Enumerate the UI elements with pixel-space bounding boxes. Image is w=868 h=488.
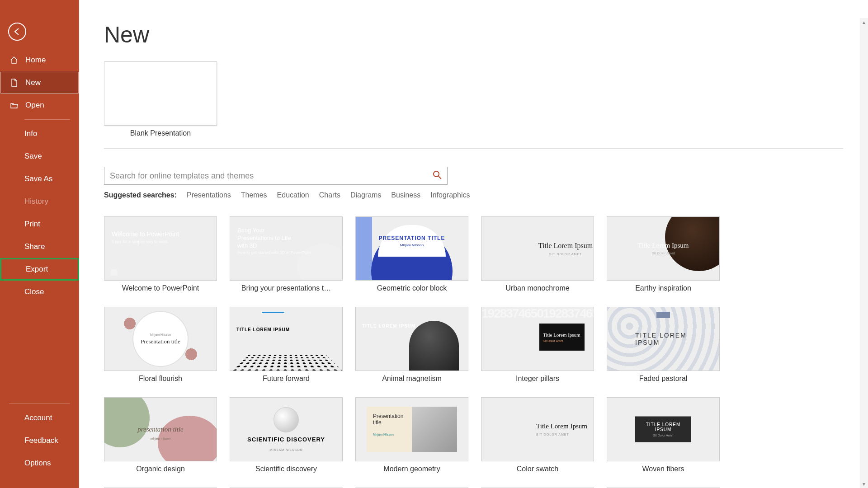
- new-icon: [10, 79, 20, 87]
- sidebar-item-label: New: [25, 78, 41, 87]
- template-thumbnail: PRESENTATION TITLE Mirjam Nilsson: [355, 216, 468, 281]
- template-label: Integer pillars: [481, 375, 594, 383]
- suggested-chip-presentations[interactable]: Presentations: [187, 191, 231, 199]
- template-thumbnail: presentation title mirjam nilsson: [104, 397, 217, 461]
- template-earthy-inspiration[interactable]: Title Lorem Ipsum Sit Dolor Amet Earthy …: [607, 216, 720, 292]
- template-bring-3d[interactable]: Bring Your Presentations to Life with 3D…: [230, 216, 343, 292]
- sidebar-item-label: Save: [24, 152, 42, 161]
- template-thumbnail: Title Lorem Ipsum Sit Dolor Amet: [607, 216, 720, 281]
- template-label: Blank Presentation: [104, 129, 217, 137]
- sidebar-item-share[interactable]: Share: [0, 235, 79, 258]
- sidebar-item-label: History: [24, 197, 48, 206]
- home-icon: [10, 56, 20, 64]
- sidebar-item-home[interactable]: Home: [0, 49, 79, 71]
- template-blank-presentation[interactable]: [104, 61, 217, 126]
- template-urban-monochrome[interactable]: Title Lorem Ipsum SIT DOLOR AMET Urban m…: [481, 216, 594, 292]
- template-label: Faded pastoral: [607, 375, 720, 383]
- template-label: Modern geometry: [355, 465, 468, 473]
- template-integer-pillars[interactable]: 1928374650192837465019283746501928374650…: [481, 307, 594, 383]
- template-scientific-discovery[interactable]: SCIENTIFIC DISCOVERY MIRJAM NILSSON Scie…: [230, 397, 343, 473]
- template-future-forward[interactable]: TITLE LOREM IPSUM Future forward: [230, 307, 343, 383]
- sidebar-item-label: Options: [24, 459, 51, 468]
- suggested-searches: Suggested searches: Presentations Themes…: [104, 191, 843, 199]
- template-label: Welcome to PowerPoint: [104, 284, 217, 292]
- sidebar-item-history: History: [0, 190, 79, 213]
- suggested-chip-business[interactable]: Business: [391, 191, 420, 199]
- template-thumbnail: Welcome to PowerPoint 5 tips for a simpl…: [104, 216, 217, 281]
- svg-line-10: [439, 176, 441, 179]
- sidebar-divider: [9, 404, 70, 404]
- sidebar-item-label: Save As: [24, 174, 52, 183]
- template-thumbnail: TITLE LOREM IPSUM Sit Dolor Amet: [607, 397, 720, 461]
- template-thumbnail: Bring Your Presentations to Life with 3D…: [230, 216, 343, 281]
- template-faded-pastoral[interactable]: TITLE LOREM IPSUM Faded pastoral: [607, 307, 720, 383]
- sidebar-item-save-as[interactable]: Save As: [0, 168, 79, 190]
- sidebar-item-label: Feedback: [24, 436, 58, 445]
- page-title: New: [104, 22, 843, 48]
- template-label: Future forward: [230, 375, 343, 383]
- template-thumbnail: Mirjam Nilsson Presentation title: [104, 307, 217, 371]
- scroll-up-button[interactable]: ▲: [860, 18, 868, 26]
- sidebar-item-close[interactable]: Close: [0, 281, 79, 303]
- template-floral-flourish[interactable]: Mirjam Nilsson Presentation title Floral…: [104, 307, 217, 383]
- template-animal-magnetism[interactable]: TITLE LOREM IPSUM Animal magnetism: [355, 307, 468, 383]
- template-thumbnail: 1928374650192837465019283746501928374650…: [481, 307, 594, 371]
- template-geometric-color-block[interactable]: PRESENTATION TITLE Mirjam Nilsson Geomet…: [355, 216, 468, 292]
- template-label: Geometric color block: [355, 284, 468, 292]
- sidebar-item-print[interactable]: Print: [0, 213, 79, 235]
- template-label: Animal magnetism: [355, 375, 468, 383]
- sidebar-divider: [24, 119, 70, 120]
- template-welcome-to-powerpoint[interactable]: Welcome to PowerPoint 5 tips for a simpl…: [104, 216, 217, 292]
- sidebar-item-label: Open: [25, 101, 44, 110]
- template-label: Floral flourish: [104, 375, 217, 383]
- sidebar-item-options[interactable]: Options: [0, 452, 79, 474]
- suggested-chip-charts[interactable]: Charts: [319, 191, 340, 199]
- template-thumbnail: TITLE LOREM IPSUM: [230, 307, 343, 371]
- template-thumbnail: TITLE LOREM IPSUM: [607, 307, 720, 371]
- scroll-down-button[interactable]: ▼: [860, 480, 868, 488]
- sidebar-item-feedback[interactable]: Feedback: [0, 429, 79, 452]
- template-search-box[interactable]: [104, 167, 448, 185]
- sidebar-item-save[interactable]: Save: [0, 145, 79, 168]
- template-organic-design[interactable]: presentation title mirjam nilsson Organi…: [104, 397, 217, 473]
- sidebar-item-export[interactable]: Export: [0, 258, 79, 281]
- suggested-chip-diagrams[interactable]: Diagrams: [350, 191, 381, 199]
- sidebar-item-label: Share: [24, 242, 45, 251]
- svg-point-9: [434, 171, 439, 177]
- search-icon[interactable]: [433, 170, 442, 182]
- sidebar-item-label: Close: [24, 287, 44, 296]
- template-thumbnail: SCIENTIFIC DISCOVERY MIRJAM NILSSON: [230, 397, 343, 461]
- template-label: Color swatch: [481, 465, 594, 473]
- search-input[interactable]: [110, 171, 433, 181]
- template-color-swatch[interactable]: Title Lorem Ipsum SIT DOLOR AMET Color s…: [481, 397, 594, 473]
- sidebar-item-new[interactable]: New: [0, 71, 79, 94]
- sidebar-item-label: Export: [26, 265, 48, 274]
- main-content: ▲ ▼ New Blank Presentation Suggested sea…: [79, 0, 868, 488]
- template-modern-geometry[interactable]: Presentation title Mirjam Nilsson Modern…: [355, 397, 468, 473]
- template-label: Scientific discovery: [230, 465, 343, 473]
- template-grid: Welcome to PowerPoint 5 tips for a simpl…: [104, 216, 843, 488]
- sidebar-item-label: Print: [24, 220, 40, 229]
- template-thumbnail: Title Lorem Ipsum SIT DOLOR AMET: [481, 216, 594, 281]
- template-label: Bring your presentations t…: [230, 284, 343, 292]
- template-thumbnail: TITLE LOREM IPSUM: [355, 307, 468, 371]
- template-thumbnail: Presentation title Mirjam Nilsson: [355, 397, 468, 461]
- sidebar-item-label: Info: [24, 129, 37, 138]
- sidebar-item-open[interactable]: Open: [0, 94, 79, 117]
- template-woven-fibers[interactable]: TITLE LOREM IPSUM Sit Dolor Amet Woven f…: [607, 397, 720, 473]
- sidebar-item-account[interactable]: Account: [0, 407, 79, 429]
- backstage-sidebar: Home New Open Info Save Save As History …: [0, 0, 79, 488]
- scrollbar[interactable]: ▲ ▼: [860, 18, 868, 488]
- open-icon: [10, 101, 20, 109]
- template-label: Woven fibers: [607, 465, 720, 473]
- back-button[interactable]: [8, 23, 26, 41]
- suggested-chip-education[interactable]: Education: [277, 191, 309, 199]
- sidebar-item-label: Home: [25, 56, 46, 65]
- suggested-chip-themes[interactable]: Themes: [241, 191, 267, 199]
- template-label: Organic design: [104, 465, 217, 473]
- suggested-chip-infographics[interactable]: Infographics: [430, 191, 470, 199]
- sidebar-item-label: Account: [24, 413, 52, 422]
- sidebar-item-info[interactable]: Info: [0, 122, 79, 145]
- template-label: Earthy inspiration: [607, 284, 720, 292]
- template-thumbnail: Title Lorem Ipsum SIT DOLOR AMET: [481, 397, 594, 461]
